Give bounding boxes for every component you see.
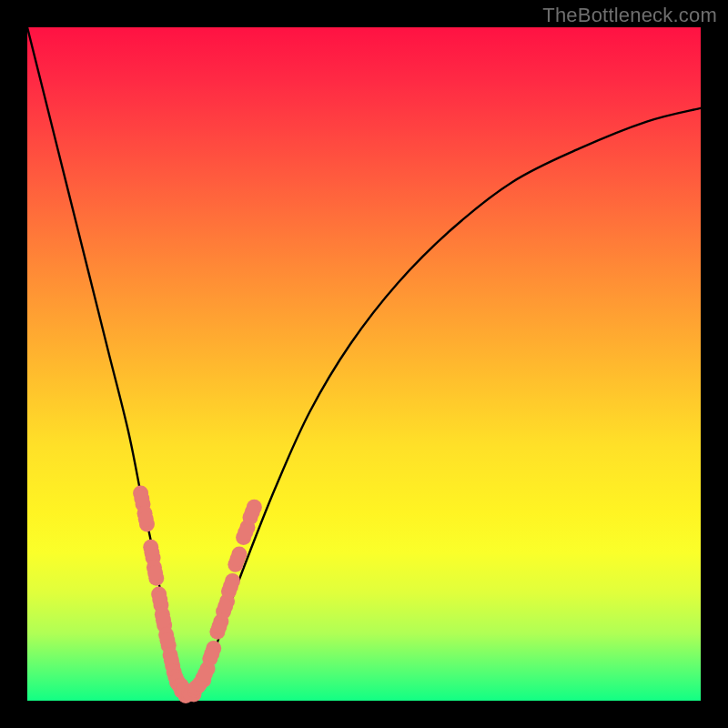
chart-svg xyxy=(27,27,701,701)
marker-dot xyxy=(211,619,227,634)
marker-dot xyxy=(197,666,213,682)
watermark-text: TheBottleneck.com xyxy=(542,4,717,27)
marker-dot xyxy=(245,504,260,520)
marker-dot xyxy=(217,599,233,614)
marker-dot xyxy=(134,491,149,507)
marker-dot xyxy=(159,632,175,648)
marker-dot xyxy=(147,565,163,581)
marker-dot xyxy=(144,545,159,561)
marker-dot xyxy=(156,612,171,628)
marker-dot xyxy=(138,511,154,527)
marker-dot xyxy=(204,646,219,662)
marker-dot xyxy=(229,551,245,567)
marker-layer xyxy=(133,486,262,703)
chart-frame: TheBottleneck.com xyxy=(0,0,728,728)
marker-dot xyxy=(238,525,253,541)
marker-dot xyxy=(223,579,238,594)
plot-area xyxy=(27,27,701,701)
bottleneck-curve xyxy=(27,27,701,691)
marker-dot xyxy=(152,592,167,608)
